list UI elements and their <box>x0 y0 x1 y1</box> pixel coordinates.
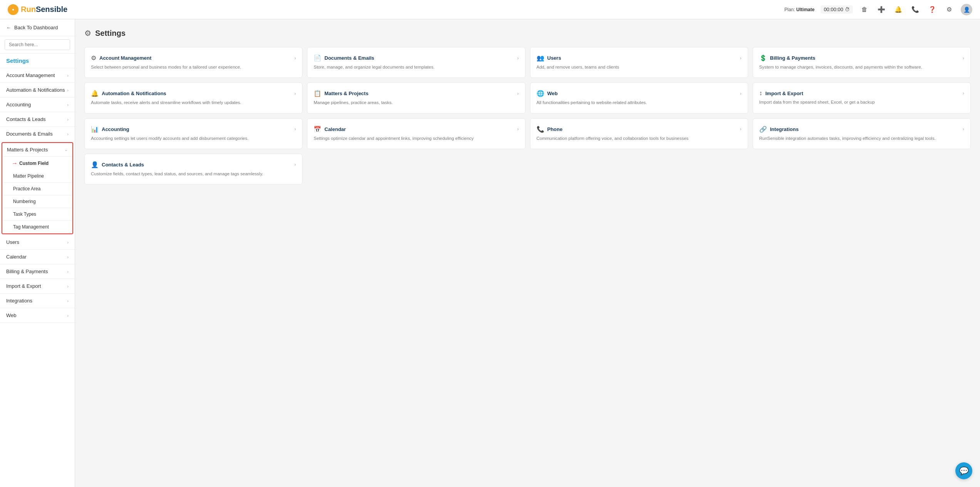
chevron-right-icon: › <box>517 126 519 132</box>
card-documents-emails[interactable]: 📄 Documents & Emails › Store, manage, an… <box>307 47 525 78</box>
card-integrations[interactable]: 🔗 Integrations › RunSensible integration… <box>753 118 971 149</box>
settings-page-icon: ⚙ <box>84 29 91 38</box>
sidebar-item-automation-notifications[interactable]: Automation & Notifications › <box>0 83 75 97</box>
card-desc: All functionalities pertaining to websit… <box>537 99 742 106</box>
account-management-card-icon: ⚙ <box>91 54 96 62</box>
card-title-row: 📄 Documents & Emails <box>314 54 374 62</box>
sidebar-item-billing-payments[interactable]: Billing & Payments › <box>0 264 75 279</box>
integrations-card-icon: 🔗 <box>759 126 767 133</box>
card-accounting[interactable]: 📊 Accounting › Accounting settings let u… <box>84 118 302 149</box>
sidebar-item-import-export[interactable]: Import & Export › <box>0 279 75 294</box>
users-card-icon: 👥 <box>537 54 544 62</box>
card-title: Contacts & Leads <box>102 162 144 168</box>
trash-icon[interactable]: 🗑 <box>859 4 870 15</box>
back-arrow-icon: ← <box>6 25 11 30</box>
card-contacts-leads[interactable]: 👤 Contacts & Leads › Customize fields, c… <box>84 154 302 185</box>
plus-circle-icon[interactable]: ➕ <box>876 4 887 15</box>
card-title-row: ↕ Import & Export <box>759 90 803 97</box>
card-header: 🌐 Web › <box>537 90 742 97</box>
card-title: Import & Export <box>765 91 803 96</box>
sidebar-item-contacts-leads[interactable]: Contacts & Leads › <box>0 112 75 127</box>
card-title-row: 👥 Users <box>537 54 561 62</box>
documents-emails-label: Documents & Emails <box>6 131 53 137</box>
chevron-right-icon: › <box>517 55 519 61</box>
matters-projects-label: Matters & Projects <box>7 147 48 153</box>
sidebar-sub-item-tag-management[interactable]: Tag Management <box>2 221 72 233</box>
sidebar-item-integrations[interactable]: Integrations › <box>0 294 75 308</box>
card-title: Web <box>547 91 558 96</box>
matters-projects-group: Matters & Projects ⌄ → Custom Field Matt… <box>2 142 73 234</box>
chevron-right-icon: › <box>67 240 69 245</box>
sidebar-sub-item-practice-area[interactable]: Practice Area <box>2 183 72 195</box>
accounting-card-icon: 📊 <box>91 126 99 133</box>
card-billing-payments[interactable]: 💲 Billing & Payments › System to manage … <box>753 47 971 78</box>
chevron-right-icon: › <box>67 313 69 318</box>
sidebar-sub-item-matter-pipeline[interactable]: Matter Pipeline <box>2 170 72 183</box>
chevron-right-icon: › <box>67 255 69 259</box>
navbar: RunSensible Plan: Ultimate 00:00:00 ⏱ 🗑 … <box>0 0 980 19</box>
sidebar-sub-item-task-types[interactable]: Task Types <box>2 208 72 221</box>
chevron-right-icon: › <box>67 88 69 92</box>
card-automation-notifications[interactable]: 🔔 Automation & Notifications › Automate … <box>84 82 302 113</box>
automation-notifications-label: Automation & Notifications <box>6 87 65 93</box>
task-types-label: Task Types <box>13 212 36 217</box>
card-title-row: ⚙ Account Management <box>91 54 151 62</box>
main-content: ⚙ Settings ⚙ Account Management › Select… <box>75 19 980 487</box>
card-header: 📅 Calendar › <box>314 126 519 133</box>
card-users[interactable]: 👥 Users › Add, and remove users, teams a… <box>530 47 748 78</box>
avatar[interactable]: 👤 <box>961 4 972 15</box>
bell-icon[interactable]: 🔔 <box>893 4 904 15</box>
chat-bubble[interactable]: 💬 <box>955 462 972 479</box>
chevron-right-icon: › <box>67 284 69 289</box>
card-desc: Automate tasks, receive alerts and strea… <box>91 99 296 106</box>
chevron-right-icon: › <box>517 91 519 96</box>
search-input[interactable] <box>5 39 70 50</box>
chevron-right-icon: › <box>67 299 69 303</box>
card-web[interactable]: 🌐 Web › All functionalities pertaining t… <box>530 82 748 113</box>
tag-management-label: Tag Management <box>13 224 49 230</box>
sidebar-item-accounting[interactable]: Accounting › <box>0 97 75 112</box>
logo[interactable]: RunSensible <box>8 4 67 15</box>
sidebar-sub-item-custom-field[interactable]: → Custom Field <box>2 156 72 170</box>
page-title: Settings <box>95 29 126 38</box>
chevron-right-icon: › <box>67 269 69 274</box>
card-title-row: 👤 Contacts & Leads <box>91 161 144 168</box>
phone-icon[interactable]: 📞 <box>910 4 921 15</box>
matter-pipeline-label: Matter Pipeline <box>13 173 44 179</box>
card-import-export[interactable]: ↕ Import & Export › Import data from the… <box>753 82 971 113</box>
back-to-dashboard[interactable]: ← Back To Dashboard <box>0 19 75 36</box>
chevron-right-icon: › <box>740 126 742 132</box>
sidebar-item-matters-projects[interactable]: Matters & Projects ⌄ <box>2 143 72 156</box>
sidebar-item-web[interactable]: Web › <box>0 308 75 323</box>
chevron-right-icon: › <box>67 132 69 136</box>
help-icon[interactable]: ❓ <box>927 4 938 15</box>
sidebar-item-users[interactable]: Users › <box>0 235 75 250</box>
card-title-row: 🔗 Integrations <box>759 126 799 133</box>
card-desc: Store, manage, and organize legal docume… <box>314 64 519 71</box>
card-title-row: 📋 Matters & Projects <box>314 90 368 97</box>
billing-payments-label: Billing & Payments <box>6 269 48 274</box>
sidebar-sub-item-numbering[interactable]: Numbering <box>2 195 72 208</box>
settings-icon[interactable]: ⚙ <box>944 4 955 15</box>
sidebar-item-documents-emails[interactable]: Documents & Emails › <box>0 127 75 141</box>
navbar-right: Plan: Ultimate 00:00:00 ⏱ 🗑 ➕ 🔔 📞 ❓ ⚙ 👤 <box>784 4 972 15</box>
chevron-right-icon: › <box>963 126 964 132</box>
card-phone[interactable]: 📞 Phone › Communication platform offerin… <box>530 118 748 149</box>
card-title: Billing & Payments <box>770 55 816 61</box>
card-desc: RunSensible integration automates tasks,… <box>759 135 964 142</box>
card-header: ⚙ Account Management › <box>91 54 296 62</box>
card-title: Matters & Projects <box>324 91 368 96</box>
card-matters-projects[interactable]: 📋 Matters & Projects › Manage pipelines,… <box>307 82 525 113</box>
card-title-row: 📊 Accounting <box>91 126 129 133</box>
card-title: Accounting <box>102 126 129 132</box>
card-desc: Accounting settings let users modify acc… <box>91 135 296 142</box>
card-desc: Communication platform offering voice, a… <box>537 135 742 142</box>
card-header: 📄 Documents & Emails › <box>314 54 519 62</box>
layout: ← Back To Dashboard Settings Account Man… <box>0 19 980 487</box>
sidebar-item-account-management[interactable]: Account Management › <box>0 68 75 83</box>
card-calendar[interactable]: 📅 Calendar › Settings optimize calendar … <box>307 118 525 149</box>
sidebar-item-calendar[interactable]: Calendar › <box>0 250 75 264</box>
card-account-management[interactable]: ⚙ Account Management › Select between pe… <box>84 47 302 78</box>
chevron-right-icon: › <box>67 117 69 122</box>
chevron-right-icon: › <box>963 55 964 61</box>
